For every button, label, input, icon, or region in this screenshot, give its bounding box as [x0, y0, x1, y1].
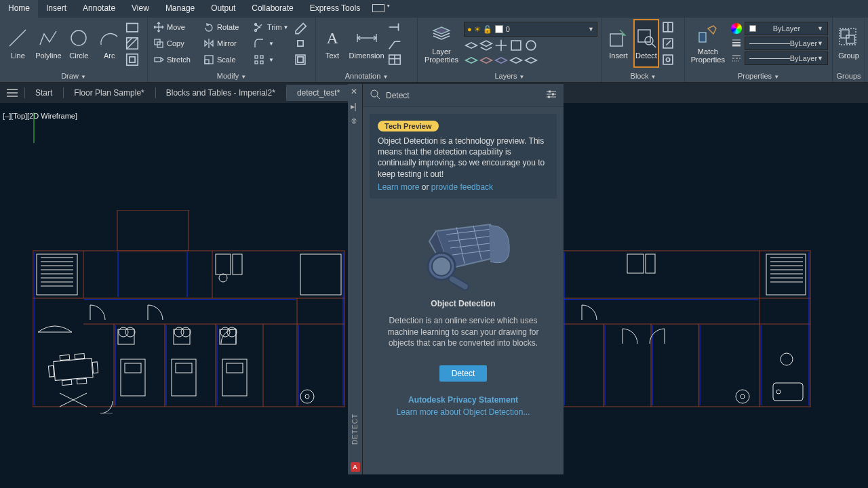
tabs-menu-button[interactable] [0, 89, 24, 97]
panel-title-draw[interactable]: Draw ▼ [3, 71, 144, 82]
record-indicator[interactable] [372, 4, 384, 12]
modify-scale[interactable]: Scale [201, 52, 251, 67]
doctab-detect[interactable]: detect_test* [286, 85, 351, 101]
panel-title-groups[interactable]: Groups [835, 71, 862, 82]
block-insert-button[interactable]: Insert [606, 19, 631, 68]
doctab-start[interactable]: Start [24, 85, 63, 101]
menu-tab-view[interactable]: View [123, 0, 157, 18]
lock-icon: 🔓 [483, 25, 492, 34]
settings-icon[interactable] [546, 89, 557, 101]
prop-color[interactable]: ByLayer▼ [731, 21, 828, 36]
scale-icon [203, 54, 214, 65]
block-detect-button[interactable]: Detect [633, 19, 659, 68]
mleader-icon[interactable] [387, 36, 402, 51]
layers-grid-9[interactable] [509, 53, 524, 68]
region-icon[interactable] [125, 52, 140, 67]
dock-left-icon[interactable]: ▸| [351, 102, 360, 111]
floor-plan-right [563, 210, 814, 413]
modify-fillet[interactable]: ▼ [251, 36, 293, 51]
layers-grid-3[interactable] [494, 38, 509, 53]
text-button[interactable]: A Text [320, 19, 344, 68]
close-icon[interactable]: ✕ [351, 87, 360, 96]
menu-tab-annotate[interactable]: Annotate [75, 0, 123, 18]
block-edit-icon[interactable] [660, 36, 675, 51]
layers-grid-4[interactable] [509, 38, 524, 53]
svg-rect-107 [54, 359, 93, 381]
draw-line-button[interactable]: Line [4, 19, 32, 68]
layers-grid-6[interactable] [464, 53, 479, 68]
svg-point-1 [71, 30, 86, 45]
draw-arc-button[interactable]: Arc [96, 19, 123, 68]
menu-tab-insert[interactable]: Insert [38, 0, 75, 18]
doctab-blocks[interactable]: Blocks and Tables - Imperial2* [155, 85, 286, 101]
detect-panel: ✕ ▸| ⁜ DETECT A Detect Tech Preview Obje… [348, 84, 564, 474]
svg-rect-2 [127, 24, 138, 32]
modify-array[interactable]: ▼ [251, 52, 293, 67]
menu-tab-collaborate[interactable]: Collaborate [243, 0, 301, 18]
doctab-floorplan[interactable]: Floor Plan Sample* [63, 85, 155, 101]
prop-lineweight[interactable]: ByLayer▼ [731, 36, 828, 51]
panel-title-modify[interactable]: Modify ▼ [151, 71, 313, 82]
od-title: Object Detection [370, 299, 557, 308]
autohide-icon[interactable]: ⁜ [351, 117, 360, 126]
panel-title-block[interactable]: Block ▼ [605, 71, 682, 82]
leader-icon[interactable] [387, 20, 402, 35]
svg-rect-55 [33, 251, 344, 407]
layers-grid-2[interactable] [479, 38, 494, 53]
modify-stretch[interactable]: Stretch [151, 52, 201, 67]
palette-header: Detect [363, 84, 564, 107]
modify-mirror[interactable]: Mirror [201, 36, 251, 51]
table-icon[interactable] [387, 52, 402, 67]
feedback-link[interactable]: provide feedback [431, 182, 493, 192]
rectangle-icon[interactable] [125, 20, 140, 35]
menu-tab-express[interactable]: Express Tools [302, 0, 368, 18]
layer-combo[interactable]: ● ☀ 🔓 0 ▼ [464, 22, 597, 37]
detect-button[interactable]: Detect [439, 365, 488, 382]
panel-title-annotation[interactable]: Annotation ▼ [319, 71, 414, 82]
match-properties-button[interactable]: MatchProperties [689, 19, 727, 68]
modify-rotate[interactable]: Rotate [201, 20, 251, 35]
modify-move[interactable]: Move [151, 20, 201, 35]
menu-tab-manage[interactable]: Manage [157, 0, 203, 18]
svg-rect-148 [773, 383, 803, 401]
svg-rect-18 [260, 61, 263, 64]
draw-circle-button[interactable]: Circle [65, 19, 93, 68]
dimension-button[interactable]: Dimension [347, 19, 386, 68]
block-attr-icon[interactable] [660, 52, 675, 67]
block-create-icon[interactable] [660, 20, 675, 35]
svg-rect-33 [638, 30, 650, 42]
polyline-icon [37, 27, 59, 49]
menubar: Home Insert Annotate View Manage Output … [0, 0, 868, 18]
panel-title-layers[interactable]: Layers ▼ [420, 71, 599, 82]
svg-rect-19 [298, 41, 303, 46]
tech-preview-badge: Tech Preview [378, 121, 439, 131]
layer-current-name: 0 [506, 25, 588, 33]
svg-rect-41 [699, 33, 706, 42]
privacy-link[interactable]: Autodesk Privacy Statement [370, 395, 557, 405]
menu-tab-output[interactable]: Output [203, 0, 243, 18]
group-button[interactable]: Group [837, 19, 861, 68]
layer-properties-button[interactable]: LayerProperties [422, 19, 461, 68]
layers-grid-1[interactable] [464, 38, 479, 53]
menu-tab-home[interactable]: Home [0, 0, 38, 18]
svg-rect-112 [62, 380, 72, 385]
arc-icon [98, 27, 120, 49]
layers-grid-7[interactable] [479, 53, 494, 68]
explode-icon[interactable] [293, 36, 308, 51]
learn-od-link[interactable]: Learn more about Object Detection... [370, 407, 557, 417]
layers-grid-10[interactable] [524, 53, 538, 68]
layers-grid-5[interactable] [524, 38, 538, 53]
erase-icon[interactable] [293, 20, 308, 35]
learn-more-link[interactable]: Learn more [378, 182, 419, 192]
offset-icon[interactable] [293, 52, 308, 67]
panel-title-properties[interactable]: Properties ▼ [688, 71, 829, 82]
svg-rect-6 [127, 54, 138, 66]
svg-rect-75 [37, 254, 77, 295]
svg-line-5 [127, 38, 132, 43]
layers-grid-8[interactable] [494, 53, 509, 68]
hatch-icon[interactable] [125, 36, 140, 51]
draw-polyline-button[interactable]: Polyline [35, 19, 62, 68]
modify-trim[interactable]: Trim ▼ [251, 20, 293, 35]
modify-copy[interactable]: Copy [151, 36, 201, 51]
prop-linetype[interactable]: ByLayer▼ [731, 51, 828, 66]
